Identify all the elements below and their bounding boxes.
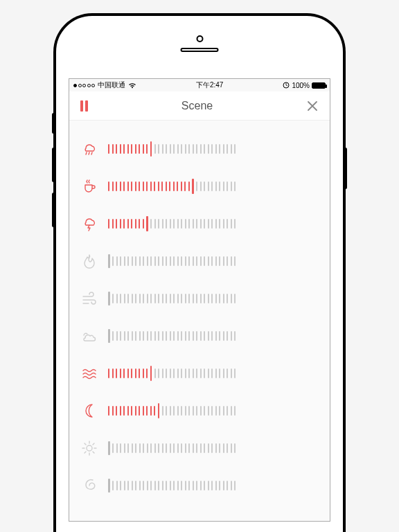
carrier-label: 中国联通 xyxy=(98,80,125,90)
volume-slider-coffee[interactable] xyxy=(108,179,319,194)
fire-icon[interactable] xyxy=(80,252,98,270)
sound-row-fire xyxy=(80,242,319,280)
clouds-icon[interactable] xyxy=(80,327,98,345)
sound-row-night xyxy=(80,392,319,429)
page-title: Scene xyxy=(181,100,213,112)
status-left: 中国联通 xyxy=(73,80,136,90)
volume-slider-clouds[interactable] xyxy=(108,328,319,344)
phone-frame: 中国联通 下午2:47 100% Scene xyxy=(54,14,345,532)
status-right: 100% xyxy=(283,82,326,89)
sun-icon[interactable] xyxy=(80,439,98,457)
pause-button[interactable] xyxy=(80,100,88,112)
status-bar: 中国联通 下午2:47 100% xyxy=(69,79,330,91)
wind-icon[interactable] xyxy=(80,290,98,308)
close-button[interactable] xyxy=(306,100,319,112)
volume-slider-thunder[interactable] xyxy=(108,216,319,231)
sounds-list xyxy=(69,121,330,521)
moon-icon[interactable] xyxy=(80,402,98,420)
cup-icon[interactable] xyxy=(80,177,98,195)
phone-speaker xyxy=(181,48,219,52)
volume-slider-night[interactable] xyxy=(108,403,319,418)
battery-icon xyxy=(312,82,326,89)
volume-slider-fire[interactable] xyxy=(108,254,319,269)
volume-slider-waves[interactable] xyxy=(108,366,319,381)
svg-point-1 xyxy=(87,445,92,451)
sound-row-wind xyxy=(80,280,319,317)
signal-strength-icon xyxy=(73,84,95,87)
sound-row-coffee xyxy=(80,168,319,205)
volume-slider-spiral[interactable] xyxy=(108,478,319,493)
sound-row-waves xyxy=(80,355,319,392)
sound-row-thunder xyxy=(80,205,319,242)
volume-up-button xyxy=(52,148,55,182)
phone-notch xyxy=(181,35,219,52)
sound-row-clouds xyxy=(80,317,319,355)
nav-bar: Scene xyxy=(69,91,330,121)
battery-percent: 100% xyxy=(292,82,310,89)
volume-slider-sun[interactable] xyxy=(108,441,319,456)
volume-slider-wind[interactable] xyxy=(108,291,319,306)
wifi-icon xyxy=(128,82,136,89)
power-button xyxy=(344,148,347,189)
screen: 中国联通 下午2:47 100% Scene xyxy=(69,78,330,522)
orientation-lock-icon xyxy=(283,82,290,89)
volume-slider-rain[interactable] xyxy=(108,141,319,157)
status-time: 下午2:47 xyxy=(196,80,223,90)
sound-row-spiral xyxy=(80,467,319,504)
waves-icon[interactable] xyxy=(80,364,98,382)
sound-row-rain xyxy=(80,130,319,168)
rain-icon[interactable] xyxy=(80,140,98,158)
phone-camera xyxy=(196,35,203,42)
volume-down-button xyxy=(52,193,55,227)
sound-row-sun xyxy=(80,429,319,467)
thunder-icon[interactable] xyxy=(80,215,98,233)
spiral-icon[interactable] xyxy=(80,477,98,495)
mute-switch xyxy=(52,113,55,134)
